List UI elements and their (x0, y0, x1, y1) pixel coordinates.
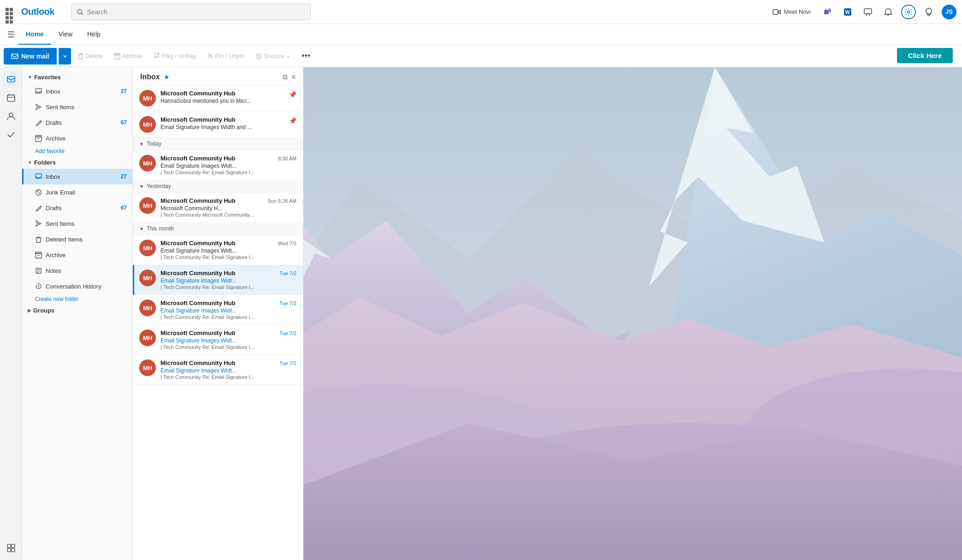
groups-section-header[interactable]: ▶ Groups (22, 304, 132, 317)
filter-icon[interactable]: ≡ (291, 73, 296, 81)
teams-icon-btn[interactable] (820, 5, 835, 19)
click-here-button[interactable]: Click Here (897, 48, 953, 63)
nav-item-fav-archive[interactable]: Archive (22, 130, 132, 146)
time-month-4: Tue 7/2 (279, 330, 297, 336)
email-item-month-2[interactable]: MH Microsoft Community Hub Tue 7/2 Email… (133, 265, 303, 295)
svg-rect-17 (114, 53, 120, 55)
delete-action[interactable]: Delete (73, 49, 108, 64)
preview-yest-1: | Tech Community Microsoft Community... (160, 212, 297, 218)
drafts-folder-icon (35, 205, 42, 212)
meet-now-button[interactable]: Meet Now (769, 6, 814, 18)
nav-item-junk[interactable]: Junk Email (22, 184, 132, 200)
hamburger-button[interactable]: ☰ (4, 27, 18, 42)
snooze-action[interactable]: Snooze (251, 49, 295, 64)
email-item-pinned-1[interactable]: MH Microsoft Community Hub HannaSobol me… (133, 85, 303, 112)
apps-icon (6, 543, 16, 553)
email-body-yest-1: Microsoft Community Hub Sun 6:28 AM Micr… (160, 197, 297, 218)
svg-line-1 (82, 13, 83, 14)
feedback-icon-btn[interactable] (861, 5, 875, 19)
fav-drafts-count: 67 (121, 119, 127, 126)
nav-item-fav-sent[interactable]: Sent Items (22, 99, 132, 115)
nav-item-inbox[interactable]: Inbox 27 (22, 169, 132, 184)
email-item-month-1[interactable]: MH Microsoft Community Hub Wed 7/3 Email… (133, 235, 303, 265)
email-item-yest-1[interactable]: MH Microsoft Community Hub Sun 6:28 AM M… (133, 193, 303, 223)
app-grid-icon[interactable] (6, 8, 14, 16)
archive-action[interactable]: Archive (109, 49, 147, 64)
calendar-icon (6, 93, 16, 102)
this-month-label: This month (147, 225, 174, 232)
svg-rect-26 (7, 544, 11, 548)
favorites-chevron-icon: ▼ (28, 75, 32, 80)
tab-help[interactable]: Help (80, 24, 108, 45)
main-content: ▼ Favorites Inbox 27 Sent Items Drafts (0, 67, 962, 560)
inbox-title: Inbox (140, 73, 160, 81)
flag-icon (154, 53, 160, 59)
flag-action[interactable]: Flag / Unflag (149, 49, 201, 64)
tab-view[interactable]: View (51, 24, 80, 45)
nav-item-sent[interactable]: Sent Items (22, 216, 132, 231)
sent-icon (35, 104, 42, 111)
sender-month-3: Microsoft Community Hub (160, 300, 236, 307)
svg-rect-33 (36, 137, 42, 141)
nav-item-fav-drafts[interactable]: Drafts 67 (22, 115, 132, 130)
nav-item-fav-inbox[interactable]: Inbox 27 (22, 83, 132, 99)
sidebar-icon-calendar[interactable] (3, 89, 19, 106)
email-item-month-4[interactable]: MH Microsoft Community Hub Tue 7/2 Email… (133, 325, 303, 355)
outlook-logo: Outlook (21, 6, 54, 17)
folders-label: Folders (34, 159, 56, 166)
nav-item-conversation-history[interactable]: Conversation History (22, 278, 132, 294)
delete-label: Delete (86, 53, 103, 59)
subject-month-2: Email Signature Images Widt... (160, 277, 297, 284)
svg-line-38 (36, 190, 41, 195)
time-yest-1: Sun 6:28 AM (267, 198, 297, 204)
new-mail-dropdown-button[interactable] (59, 48, 71, 65)
email-item-today-1[interactable]: MH Microsoft Community Hub 8:30 AM Email… (133, 150, 303, 180)
svg-rect-13 (79, 54, 83, 59)
svg-point-5 (825, 9, 827, 10)
email-item-pinned-2[interactable]: MH Microsoft Community Hub Email Signatu… (133, 112, 303, 138)
sidebar-icon-apps[interactable] (3, 540, 19, 556)
sidebar-icon-tasks[interactable] (3, 126, 19, 143)
toolbar: New mail Delete Archive Flag / Unflag Pi (0, 45, 962, 67)
bell-icon-btn[interactable] (881, 5, 896, 19)
email-item-month-3[interactable]: MH Microsoft Community Hub Tue 7/2 Email… (133, 295, 303, 325)
gear-icon-btn[interactable] (901, 5, 916, 19)
nav-deleted-label: Deleted Items (46, 236, 83, 243)
user-avatar[interactable]: JS (942, 5, 956, 19)
time-today-1: 8:30 AM (278, 156, 297, 161)
archive-folder-icon (35, 252, 42, 259)
email-body-month-5: Microsoft Community Hub Tue 7/2 Email Si… (160, 360, 297, 380)
svg-rect-11 (927, 14, 931, 15)
subject-month-1: Email Signature Images Widt... (160, 248, 297, 254)
groups-label: Groups (33, 307, 54, 314)
email-subject-2: Email Signature Images Width and ... (160, 124, 284, 130)
nav-item-drafts[interactable]: Drafts 67 (22, 200, 132, 216)
more-actions-button[interactable]: ••• (298, 49, 314, 63)
bulb-icon-btn[interactable] (921, 5, 936, 19)
copy-icon[interactable]: ⧉ (283, 73, 288, 81)
tasks-icon (6, 130, 16, 139)
search-box[interactable] (71, 4, 311, 20)
section-today: ▼ Today (133, 138, 303, 150)
new-mail-button[interactable]: New mail (4, 48, 57, 65)
pin-action[interactable]: Pin / Unpin (202, 49, 249, 64)
search-input[interactable] (87, 8, 305, 16)
email-body-month-2: Microsoft Community Hub Tue 7/2 Email Si… (160, 270, 297, 290)
email-item-month-5[interactable]: MH Microsoft Community Hub Tue 7/2 Email… (133, 355, 303, 385)
section-yesterday: ▼ Yesterday (133, 180, 303, 193)
folders-section-header[interactable]: ▼ Folders (22, 156, 132, 169)
sent-folder-icon (35, 220, 42, 227)
inbox-star-icon: ★ (164, 73, 170, 81)
sidebar-icon-mail[interactable] (3, 71, 19, 88)
tab-home[interactable]: Home (18, 24, 51, 45)
favorites-section-header[interactable]: ▼ Favorites (22, 71, 132, 83)
create-folder-link[interactable]: Create new folder (22, 294, 132, 304)
add-favorite-link[interactable]: Add favorite (22, 146, 132, 156)
sidebar-icon-contacts[interactable] (3, 108, 19, 124)
nav-item-notes[interactable]: Notes (22, 263, 132, 278)
word-icon-btn[interactable]: W (840, 5, 855, 19)
svg-line-51 (39, 286, 40, 287)
nav-item-archive[interactable]: Archive (22, 247, 132, 263)
groups-chevron-icon: ▶ (28, 308, 31, 313)
nav-item-deleted[interactable]: Deleted Items (22, 231, 132, 247)
